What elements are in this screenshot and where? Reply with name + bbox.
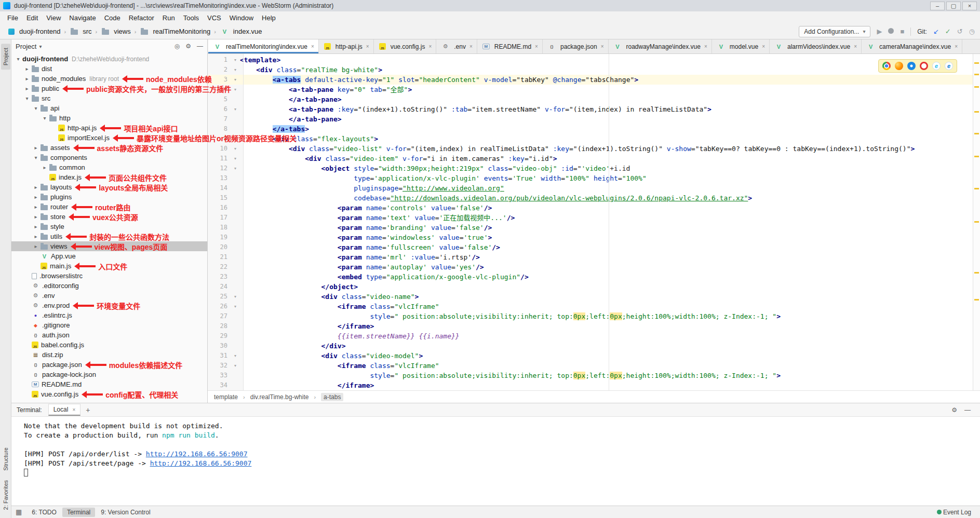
stop-icon[interactable]: ■ bbox=[900, 28, 904, 35]
safari-icon[interactable] bbox=[907, 62, 916, 70]
line-number[interactable]: 5 bbox=[208, 94, 231, 104]
editor-breadcrumb-a-tabs[interactable]: a-tabs bbox=[321, 393, 343, 401]
fold-icon[interactable]: ▾ bbox=[231, 163, 240, 173]
code-line-2[interactable]: 2▾ <div class="realTime bg-white"> bbox=[208, 65, 973, 75]
line-number[interactable]: 31 bbox=[208, 351, 231, 361]
chevron-down-icon[interactable]: ▾ bbox=[32, 105, 39, 111]
tree-item-common[interactable]: ▸common bbox=[11, 162, 207, 172]
tab-close-icon[interactable]: × bbox=[955, 44, 958, 49]
fold-icon[interactable]: ▾ bbox=[231, 104, 240, 114]
tree-item-.eslintrc.js[interactable]: ●.eslintrc.js bbox=[11, 310, 207, 320]
tree-item-package.json[interactable]: {}package.jsonmodules依赖描述文件 bbox=[11, 360, 207, 370]
tab-close-icon[interactable]: × bbox=[72, 407, 75, 413]
code-line-20[interactable]: 20 <param name='fullscreen' value='false… bbox=[208, 242, 973, 252]
firefox-icon[interactable] bbox=[895, 62, 903, 70]
fold-icon[interactable]: ▾ bbox=[231, 154, 240, 163]
project-panel-title[interactable]: Project bbox=[16, 43, 36, 50]
chrome-icon[interactable] bbox=[882, 62, 891, 70]
tab-README.md[interactable]: MREADME.md× bbox=[477, 39, 543, 53]
code-line-10[interactable]: 10▾ <div class="video-list" v-for="(item… bbox=[208, 144, 973, 154]
chevron-right-icon[interactable]: ▸ bbox=[32, 194, 39, 200]
add-configuration-button[interactable]: Add Configuration... ▾ bbox=[799, 26, 870, 37]
fold-icon[interactable]: ▾ bbox=[231, 55, 240, 65]
close-button[interactable]: × bbox=[962, 2, 977, 10]
tree-item-main.js[interactable]: JSmain.js入口文件 bbox=[11, 261, 207, 271]
tool-button-structure[interactable]: Structure bbox=[1, 443, 10, 475]
line-number[interactable]: 11 bbox=[208, 154, 231, 163]
stripe-mark[interactable] bbox=[974, 62, 979, 64]
tab-close-icon[interactable]: × bbox=[311, 44, 314, 49]
debug-icon[interactable] bbox=[888, 28, 894, 35]
line-number[interactable]: 21 bbox=[208, 252, 231, 262]
tree-item-auth.json[interactable]: {}auth.json bbox=[11, 330, 207, 340]
code-line-3[interactable]: 3▾ <a-tabs default-active-key="1" slot="… bbox=[208, 75, 973, 85]
opera-icon[interactable]: O bbox=[920, 62, 928, 70]
chevron-down-icon[interactable]: ▾ bbox=[41, 115, 48, 121]
line-number[interactable]: 20 bbox=[208, 242, 231, 252]
line-number[interactable]: 10 bbox=[208, 144, 231, 154]
code-area[interactable]: 1▾<template>2▾ <div class="realTime bg-w… bbox=[208, 54, 973, 390]
code-line-12[interactable]: 12▾ <object style="width:390px;height:21… bbox=[208, 163, 973, 173]
locate-file-icon[interactable]: ◎ bbox=[174, 43, 180, 50]
line-number[interactable]: 7 bbox=[208, 114, 231, 124]
code-line-34[interactable]: 34 </iframe> bbox=[208, 380, 973, 390]
stripe-mark[interactable] bbox=[974, 156, 979, 157]
stripe-mark[interactable] bbox=[974, 272, 979, 274]
tab-http-api.js[interactable]: JShttp-api.js× bbox=[319, 39, 374, 53]
menu-item-file[interactable]: File bbox=[3, 12, 22, 23]
code-line-18[interactable]: 18 <param name='branding' value='false'/… bbox=[208, 223, 973, 233]
fold-icon[interactable]: ▾ bbox=[231, 85, 240, 94]
tree-item-.gitignore[interactable]: ◆.gitignore bbox=[11, 320, 207, 330]
chevron-down-icon[interactable]: ▾ bbox=[23, 96, 31, 101]
tree-item-babel.config.js[interactable]: JSbabel.config.js bbox=[11, 340, 207, 350]
breadcrumb-item-realTimeMonitoring[interactable]: realTimeMonitoring bbox=[138, 26, 212, 36]
chevron-right-icon[interactable]: ▸ bbox=[23, 66, 31, 72]
tool-button-project[interactable]: Project bbox=[1, 44, 10, 70]
line-number[interactable]: 34 bbox=[208, 380, 231, 390]
tab-model.vue[interactable]: Vmodel.vue× bbox=[712, 39, 770, 53]
code-line-24[interactable]: 24 </object> bbox=[208, 282, 973, 292]
chevron-down-icon[interactable]: ▾ bbox=[15, 56, 22, 62]
menu-item-code[interactable]: Code bbox=[100, 12, 125, 23]
tree-item-assets[interactable]: ▸assetsassets静态资源文件 bbox=[11, 143, 207, 153]
line-number[interactable]: 1 bbox=[208, 55, 231, 65]
gear-icon[interactable]: ⚙ bbox=[185, 43, 191, 50]
stripe-mark[interactable] bbox=[974, 299, 979, 301]
code-line-6[interactable]: 6▾ <a-tab-pane :key="(index+1).toString(… bbox=[208, 104, 973, 114]
terminal-tab-local[interactable]: Local × bbox=[48, 404, 81, 416]
code-line-11[interactable]: 11▾ <div class="video-item" v-for="i in … bbox=[208, 154, 973, 163]
menu-item-run[interactable]: Run bbox=[158, 12, 179, 23]
tree-item-.editorconfig[interactable]: ⚙.editorconfig bbox=[11, 281, 207, 291]
code-line-30[interactable]: 30 </div> bbox=[208, 341, 973, 351]
code-line-33[interactable]: 33 style=" position:absolute;visibility:… bbox=[208, 371, 973, 380]
line-number[interactable]: 14 bbox=[208, 183, 231, 193]
fold-icon[interactable]: ▾ bbox=[231, 351, 240, 361]
line-number[interactable]: 32 bbox=[208, 361, 231, 371]
menu-item-edit[interactable]: Edit bbox=[22, 12, 42, 23]
tab-close-icon[interactable]: × bbox=[762, 44, 765, 49]
stripe-mark[interactable] bbox=[974, 133, 979, 134]
tree-item-.env.prod[interactable]: ⚙.env.prod环境变量文件 bbox=[11, 301, 207, 310]
code-line-17[interactable]: 17 <param name='text' value='正在加载视频中...'… bbox=[208, 213, 973, 223]
tree-item-.browserslistrc[interactable]: .browserslistrc bbox=[11, 271, 207, 281]
line-number[interactable]: 6 bbox=[208, 104, 231, 114]
statusbar-terminal[interactable]: Terminal bbox=[62, 508, 95, 517]
menu-item-view[interactable]: View bbox=[42, 12, 65, 23]
line-number[interactable]: 19 bbox=[208, 233, 231, 242]
tool-window-switcher-icon[interactable]: ▦ bbox=[16, 508, 22, 516]
breadcrumb-item-src[interactable]: src bbox=[68, 26, 93, 36]
tree-item-package-lock.json[interactable]: {}package-lock.json bbox=[11, 370, 207, 379]
chevron-right-icon[interactable]: ▸ bbox=[23, 76, 31, 81]
edge-icon[interactable]: e bbox=[945, 62, 953, 70]
tab-close-icon[interactable]: × bbox=[601, 44, 604, 49]
tree-item-App.vue[interactable]: VApp.vue bbox=[11, 251, 207, 261]
line-number[interactable]: 30 bbox=[208, 341, 231, 351]
code-line-21[interactable]: 21 <param name='mrl' :value='i.rtsp'/> bbox=[208, 252, 973, 262]
tab-roadwayManage\index.vue[interactable]: VroadwayManage\index.vue× bbox=[609, 39, 712, 53]
line-number[interactable]: 27 bbox=[208, 311, 231, 321]
line-number[interactable]: 24 bbox=[208, 282, 231, 292]
tree-item-layouts[interactable]: ▸layoutslayouts全局布局相关 bbox=[11, 182, 207, 192]
tree-item-public[interactable]: ▸publicpublic资源文件夹，一般放引用的第三方插件 bbox=[11, 84, 207, 93]
stripe-mark[interactable] bbox=[974, 86, 979, 88]
tree-item-utils[interactable]: ▸utils封装的一些公共函数方法 bbox=[11, 231, 207, 241]
